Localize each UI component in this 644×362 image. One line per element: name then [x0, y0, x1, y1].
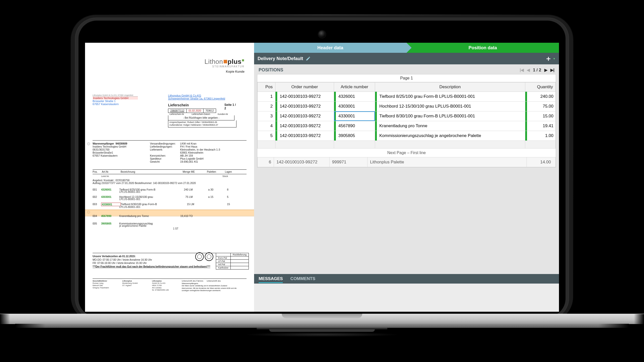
tab-comments[interactable]: COMMENTS [290, 276, 315, 281]
table-row[interactable]: 2 142-00100103-99272 4303001 Hochbord 12… [258, 102, 556, 111]
laptop-base-lip [15, 324, 629, 328]
grid-page-label: Page 1 [257, 74, 556, 82]
pager-last-icon[interactable]: ▶| [550, 68, 554, 72]
sender-address: Lithonplus GmbH & Co.KG, 67360 Lingenfel… [93, 94, 138, 106]
section-title: POSITIONS [259, 67, 283, 73]
col-article[interactable]: Article number [334, 82, 375, 92]
pager-first-icon[interactable]: |◀ [520, 68, 524, 72]
table-row[interactable]: 5 142-00100103-99272 3905805 Kommissioni… [258, 131, 556, 141]
doc-items-header: Pos. Art.Nr. Bezeichnung Menge ME Palett… [93, 169, 247, 174]
doc-fineprint: GeschäftsführerRoman LangMeinolf OtteGre… [93, 279, 247, 292]
document-preview[interactable]: Lithonplus STEINMANUFAKTUR Kopie Kunde L… [85, 43, 254, 312]
recipient-address: Lithonplus GmbH & Co.KG Schwegenheimer S… [168, 94, 225, 100]
selected-cell[interactable]: 4330001 [334, 111, 375, 121]
panel-title: Delivery Note/Default [258, 56, 303, 61]
laptop-shadow [244, 332, 400, 337]
laptop-notch [282, 314, 362, 318]
tab-position-data[interactable]: Position data [407, 43, 559, 53]
messages-area [254, 284, 559, 312]
pager-label: 1 / 2 [533, 68, 541, 73]
col-quantity[interactable]: Quantity [525, 82, 556, 92]
doc-marker [87, 142, 90, 145]
col-order[interactable]: Order number [275, 82, 334, 92]
doc-meta: Warenempfänger 94030609 Insiders Technol… [93, 140, 247, 163]
doc-items: 0014326001Tiefbord 8/25/100 grau Form-B2… [93, 187, 247, 231]
table-row[interactable]: 6 142-00100103-99272 999971 Lithonplus P… [258, 157, 556, 167]
table-row[interactable]: 1 142-00100103-99272 4326001 Tiefbord 8/… [258, 92, 556, 102]
pallet-table: Rücklieferung Euro-Pal LP-Pal 4xf.Pal Ka… [216, 253, 249, 269]
brand-logo: Lithonplus STEINMANUFAKTUR Kopie Kunde [205, 58, 245, 73]
positions-grid: Page 1 Pos Order number Article number D… [257, 74, 556, 167]
col-pos[interactable]: Pos [258, 82, 275, 92]
pager-prev-icon[interactable]: ◀ [527, 68, 530, 72]
col-description[interactable]: Description [375, 82, 525, 92]
pager: |◀ ◀ 1 / 2 ▶ ▶| [520, 68, 554, 73]
add-dropdown-icon[interactable]: ▼ [553, 57, 555, 60]
tab-header-data[interactable]: Header data [254, 43, 407, 53]
tab-messages[interactable]: MESSAGES [259, 276, 283, 283]
table-row[interactable]: 4 142-00100103-99272 4567890 Kranentladu… [258, 121, 556, 131]
add-icon[interactable]: ＋ [545, 54, 552, 63]
table-blank-row [258, 141, 556, 149]
next-page-label: Next Page – First line [257, 149, 556, 157]
laptop-stand [269, 329, 375, 332]
table-row[interactable]: 3 142-00100103-99272 4330001 Tiefbord 8/… [258, 111, 556, 121]
app-screen: Lithonplus STEINMANUFAKTUR Kopie Kunde L… [85, 43, 559, 312]
doc-stamps [195, 252, 214, 261]
laptop-camera [318, 31, 326, 38]
edit-icon[interactable] [306, 56, 311, 61]
delivery-note-header: Lieferschein Seite 1 / 2 2360977112 01.0… [168, 103, 236, 127]
pager-next-icon[interactable]: ▶ [544, 68, 547, 72]
